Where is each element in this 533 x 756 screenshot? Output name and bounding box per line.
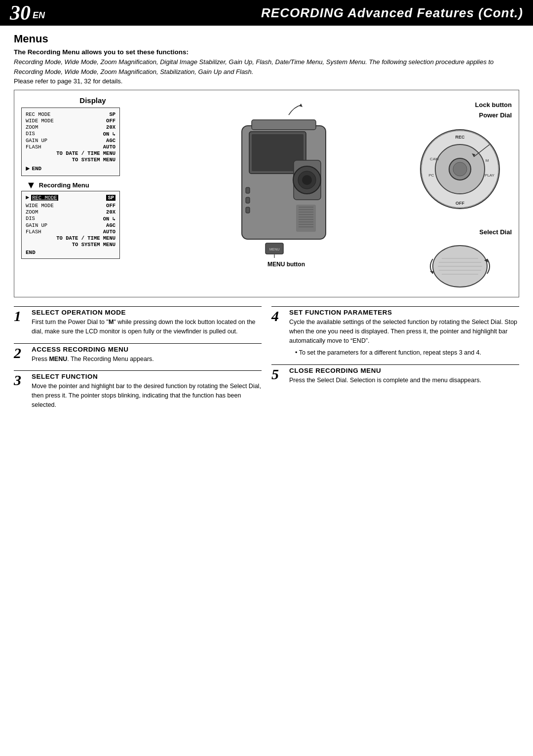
steps-container: 1 SELECT OPERATION MODE First turn the P…: [14, 306, 519, 417]
step-2-num: 2: [14, 346, 28, 364]
diagram-right: Lock button Power Dial: [408, 96, 512, 291]
step-3-num: 3: [14, 373, 28, 409]
step-2-body: Press MENU. The Recording Menu appears.: [32, 355, 262, 364]
select-dial-label: Select Dial: [479, 228, 512, 236]
step-5-body: Press the Select Dial. Selection is comp…: [289, 376, 519, 385]
svg-text:CAM: CAM: [430, 157, 439, 161]
step-4-body: Cycle the available settings of the sele…: [289, 318, 519, 345]
svg-rect-10: [246, 207, 250, 213]
steps-right: 4 SET FUNCTION PARAMETERS Cycle the avai…: [271, 306, 519, 417]
step-2: 2 ACCESS RECORDING MENU Press MENU. The …: [14, 343, 262, 364]
power-dial-label: Power Dial: [479, 111, 512, 119]
step-1: 1 SELECT OPERATION MODE First turn the P…: [14, 306, 262, 336]
step-5: 5 CLOSE RECORDING MENU Press the Select …: [271, 364, 519, 385]
diagram-box: Display REC MODESP WIDE MODEOFF ZOOM20X …: [14, 90, 519, 297]
step-3: 3 SELECT FUNCTION Move the pointer and h…: [14, 370, 262, 409]
select-dial-section: Select Dial: [408, 228, 512, 291]
menu-button-label: MENU button: [267, 261, 305, 268]
step-4-num: 4: [271, 309, 285, 358]
diagram-center: MENU MENU button: [169, 96, 403, 268]
svg-rect-11: [296, 205, 316, 232]
step-4: 4 SET FUNCTION PARAMETERS Cycle the avai…: [271, 306, 519, 358]
camera-illustration: MENU: [212, 101, 360, 259]
diagram-left: Display REC MODESP WIDE MODEOFF ZOOM20X …: [21, 96, 164, 259]
svg-text:PC: PC: [428, 173, 434, 178]
step-3-body: Move the pointer and highlight bar to th…: [32, 382, 262, 409]
svg-point-7: [302, 175, 312, 185]
step-5-title: CLOSE RECORDING MENU: [289, 367, 519, 374]
step-5-content: CLOSE RECORDING MENU Press the Select Di…: [289, 367, 519, 385]
page-en: EN: [33, 10, 45, 21]
step-5-num: 5: [271, 367, 285, 385]
power-dial-svg: REC M PLAY OFF PC CAM: [408, 125, 512, 214]
page-header: 30 EN RECORDING Advanced Features (Cont.…: [0, 0, 533, 26]
svg-rect-8: [246, 187, 250, 193]
step-1-title: SELECT OPERATION MODE: [32, 309, 262, 316]
power-dial-section: Lock button Power Dial: [408, 101, 512, 214]
menu-desc: Recording Mode, Wide Mode, Zoom Magnific…: [14, 57, 519, 76]
svg-rect-1: [252, 120, 316, 130]
select-dial-svg: [408, 242, 512, 291]
step-4-title: SET FUNCTION PARAMETERS: [289, 309, 519, 316]
step-3-content: SELECT FUNCTION Move the pointer and hig…: [32, 373, 262, 409]
display-label: Display: [21, 96, 164, 105]
svg-marker-44: [430, 271, 434, 274]
page-number: 30: [10, 2, 31, 23]
svg-point-29: [453, 162, 467, 176]
step-1-body: First turn the Power Dial to "M" while p…: [32, 318, 262, 336]
svg-text:PLAY: PLAY: [485, 173, 495, 178]
step-2-content: ACCESS RECORDING MENU Press MENU. The Re…: [32, 346, 262, 364]
steps-left: 1 SELECT OPERATION MODE First turn the P…: [14, 306, 262, 417]
svg-rect-9: [246, 197, 250, 203]
main-content: Menus The Recording Menu allows you to s…: [0, 26, 533, 427]
step-2-title: ACCESS RECORDING MENU: [32, 346, 262, 353]
menu-screen-2: ► REC MODE SP WIDE MODEOFF ZOOM20X DISON…: [21, 191, 120, 259]
svg-text:MENU: MENU: [269, 248, 280, 251]
step-1-content: SELECT OPERATION MODE First turn the Pow…: [32, 309, 262, 336]
menu-desc2: Please refer to page 31, 32 for details.: [14, 77, 519, 85]
lock-button-label: Lock button: [475, 101, 512, 108]
step-4-bullet: To set the parameters for a different fu…: [289, 348, 519, 358]
step-3-title: SELECT FUNCTION: [32, 373, 262, 380]
recording-menu-label: ▼ Recording Menu: [26, 180, 164, 190]
menu-note: The Recording Menu allows you to set the…: [14, 48, 519, 56]
svg-text:OFF: OFF: [456, 201, 464, 206]
step-1-num: 1: [14, 309, 28, 336]
svg-text:M: M: [486, 158, 489, 163]
step-4-content: SET FUNCTION PARAMETERS Cycle the availa…: [289, 309, 519, 358]
menu-screen-1: REC MODESP WIDE MODEOFF ZOOM20X DISON ↳ …: [21, 108, 120, 176]
page-title: RECORDING Advanced Features (Cont.): [261, 5, 523, 21]
section-title: Menus: [14, 33, 519, 45]
svg-text:REC: REC: [455, 135, 465, 140]
